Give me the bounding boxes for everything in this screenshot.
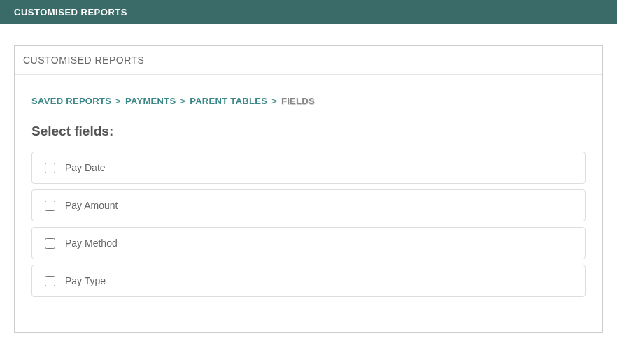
page-header: CUSTOMISED REPORTS bbox=[0, 0, 617, 24]
field-row-pay-type[interactable]: Pay Type bbox=[31, 265, 586, 297]
field-row-pay-method[interactable]: Pay Method bbox=[31, 227, 586, 259]
checkbox-pay-method[interactable] bbox=[45, 238, 55, 249]
field-label: Pay Method bbox=[65, 238, 118, 249]
field-label: Pay Date bbox=[65, 162, 106, 173]
section-heading: Select fields: bbox=[31, 124, 586, 139]
field-row-pay-date[interactable]: Pay Date bbox=[31, 152, 586, 184]
main-panel: CUSTOMISED REPORTS SAVED REPORTS > PAYME… bbox=[14, 45, 603, 333]
checkbox-pay-type[interactable] bbox=[45, 276, 55, 286]
page-title: CUSTOMISED REPORTS bbox=[14, 7, 127, 17]
breadcrumb-payments[interactable]: PAYMENTS bbox=[125, 96, 176, 106]
breadcrumb-separator: > bbox=[180, 96, 185, 106]
breadcrumb-separator: > bbox=[271, 96, 277, 106]
breadcrumb: SAVED REPORTS > PAYMENTS > PARENT TABLES… bbox=[31, 96, 586, 106]
checkbox-pay-amount[interactable] bbox=[45, 201, 55, 211]
breadcrumb-saved-reports[interactable]: SAVED REPORTS bbox=[31, 96, 111, 106]
field-label: Pay Amount bbox=[65, 200, 118, 211]
breadcrumb-separator: > bbox=[115, 96, 121, 106]
panel-body: SAVED REPORTS > PAYMENTS > PARENT TABLES… bbox=[15, 75, 602, 332]
field-row-pay-amount[interactable]: Pay Amount bbox=[31, 189, 586, 221]
breadcrumb-fields: FIELDS bbox=[281, 96, 315, 106]
panel-title: CUSTOMISED REPORTS bbox=[15, 46, 602, 75]
field-label: Pay Type bbox=[65, 275, 106, 286]
checkbox-pay-date[interactable] bbox=[45, 163, 55, 173]
breadcrumb-parent-tables[interactable]: PARENT TABLES bbox=[190, 96, 267, 106]
field-list: Pay Date Pay Amount Pay Method Pay Type bbox=[31, 152, 586, 297]
